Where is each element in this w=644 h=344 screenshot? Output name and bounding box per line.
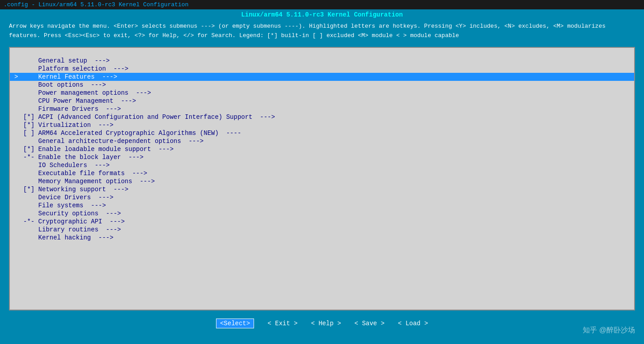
menu-item-text: -*- Enable the block layer ---> bbox=[23, 154, 144, 161]
menu-item-text: File systems ---> bbox=[23, 202, 106, 209]
menu-item-text: -*- Cryptographic API ---> bbox=[23, 218, 125, 225]
menu-item-platform-selection[interactable]: Platform selection ---> bbox=[10, 65, 634, 73]
menu-item-library-routines[interactable]: Library routines ---> bbox=[10, 226, 634, 234]
exit-button[interactable]: < Exit > bbox=[267, 320, 297, 327]
menu-item-text: Memory Management options ---> bbox=[23, 178, 155, 185]
window-title-bar: .config - Linux/arm64 5.11.0-rc3 Kernel … bbox=[0, 0, 644, 9]
window-title-text: .config - Linux/arm64 5.11.0-rc3 Kernel … bbox=[4, 1, 188, 8]
menu-item-text: IO Schedulers ---> bbox=[23, 162, 110, 169]
watermark: 知乎 @醉卧沙场 bbox=[583, 326, 635, 335]
menu-item-acpi[interactable]: [*] ACPI (Advanced Configuration and Pow… bbox=[10, 113, 634, 121]
help-line1: Arrow keys navigate the menu. <Enter> se… bbox=[9, 22, 635, 31]
menu-item-cpu-power[interactable]: CPU Power Management ---> bbox=[10, 97, 634, 105]
menu-item-text: [ ] ARM64 Accelerated Cryptographic Algo… bbox=[23, 130, 241, 137]
select-button[interactable]: <Select> bbox=[216, 319, 254, 328]
menu-item-text: Kernel Features ---> bbox=[23, 73, 117, 80]
menu-item-device-drivers[interactable]: Device Drivers ---> bbox=[10, 193, 634, 201]
help-line2: features. Press <Esc><Esc> to exit, <?> … bbox=[9, 31, 635, 41]
menu-item-boot-options[interactable]: Boot options ---> bbox=[10, 81, 634, 89]
title-bar: Linux/arm64 5.11.0-rc3 Kernel Configurat… bbox=[0, 9, 644, 20]
menu-item-kernel-hacking[interactable]: Kernel hacking ---> bbox=[10, 234, 634, 242]
bottom-bar: <Select> < Exit > < Help > < Save > < Lo… bbox=[0, 315, 644, 332]
menu-item-text: Kernel hacking ---> bbox=[23, 234, 114, 241]
menu-item-text: Power management options ---> bbox=[23, 89, 151, 96]
menu-item-io-schedulers[interactable]: IO Schedulers ---> bbox=[10, 161, 634, 169]
menu-item-text: Device Drivers ---> bbox=[23, 194, 114, 201]
menu-item-text: [*] ACPI (Advanced Configuration and Pow… bbox=[23, 113, 275, 121]
menu-item-memory-mgmt[interactable]: Memory Management options ---> bbox=[10, 177, 634, 185]
menu-item-text: Executable file formats ---> bbox=[23, 170, 147, 177]
menu-item-text: General architecture-dependent options -… bbox=[23, 138, 203, 145]
menu-item-crypto-api[interactable]: -*- Cryptographic API ---> bbox=[10, 218, 634, 226]
menu-list: General setup ---> Platform selection --… bbox=[10, 52, 634, 246]
main-container: General setup ---> Platform selection --… bbox=[9, 47, 635, 310]
help-text-area: Arrow keys navigate the menu. <Enter> se… bbox=[0, 20, 644, 42]
menu-item-text: Firmware Drivers ---> bbox=[23, 105, 121, 113]
menu-item-file-systems[interactable]: File systems ---> bbox=[10, 201, 634, 210]
menu-item-exec-file-formats[interactable]: Executable file formats ---> bbox=[10, 169, 634, 177]
menu-item-firmware-drivers[interactable]: Firmware Drivers ---> bbox=[10, 105, 634, 113]
load-button[interactable]: < Load > bbox=[398, 320, 428, 327]
menu-item-text: Security options ---> bbox=[23, 210, 121, 217]
menu-item-text: Platform selection ---> bbox=[23, 65, 128, 72]
help-button[interactable]: < Help > bbox=[311, 320, 341, 327]
menu-item-text: [*] Enable loadable module support ---> bbox=[23, 146, 174, 153]
menu-item-text: [*] Networking support ---> bbox=[23, 186, 128, 193]
menu-item-power-management[interactable]: Power management options ---> bbox=[10, 89, 634, 97]
save-button[interactable]: < Save > bbox=[355, 320, 385, 327]
selector-arrow: > bbox=[14, 73, 18, 80]
title-text: Linux/arm64 5.11.0-rc3 Kernel Configurat… bbox=[241, 11, 402, 18]
menu-item-virtualization[interactable]: [*] Virtualization ---> bbox=[10, 121, 634, 129]
menu-item-text: Boot options ---> bbox=[23, 81, 106, 88]
menu-item-general-arch[interactable]: General architecture-dependent options -… bbox=[10, 137, 634, 145]
menu-item-general-setup[interactable]: General setup ---> bbox=[10, 57, 634, 65]
menu-item-loadable-module[interactable]: [*] Enable loadable module support ---> bbox=[10, 145, 634, 153]
menu-item-security-options[interactable]: Security options ---> bbox=[10, 210, 634, 218]
menu-item-text: Library routines ---> bbox=[23, 226, 121, 233]
menu-item-text: [*] Virtualization ---> bbox=[23, 122, 114, 129]
menu-item-block-layer[interactable]: -*- Enable the block layer ---> bbox=[10, 153, 634, 161]
menu-item-kernel-features[interactable]: > Kernel Features ---> bbox=[10, 73, 634, 81]
menu-item-arm64-accel[interactable]: [ ] ARM64 Accelerated Cryptographic Algo… bbox=[10, 129, 634, 137]
menu-item-text: General setup ---> bbox=[23, 57, 110, 64]
menu-item-text: CPU Power Management ---> bbox=[23, 97, 136, 105]
menu-item-networking[interactable]: [*] Networking support ---> bbox=[10, 185, 634, 193]
